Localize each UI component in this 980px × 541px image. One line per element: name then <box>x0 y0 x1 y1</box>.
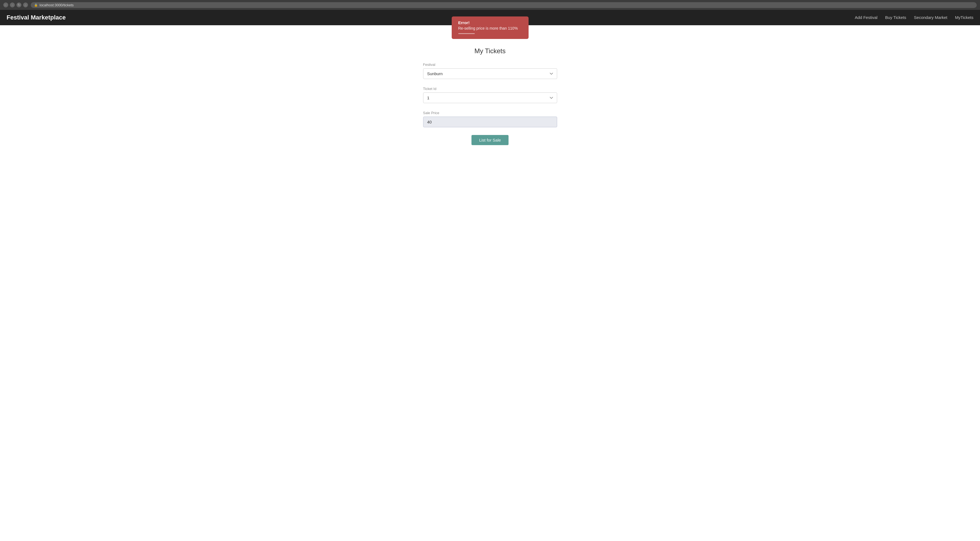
sale-price-label: Sale Price <box>423 111 557 115</box>
browser-controls: ← → ↻ ⌂ <box>3 2 28 7</box>
error-title: Error! <box>458 20 522 25</box>
festival-label: Festival <box>423 63 557 67</box>
brand-link[interactable]: Festival Marketplace <box>6 14 66 21</box>
ticket-id-group: Ticket Id 1 <box>423 87 557 103</box>
navbar-links: Add Festival Buy Tickets Secondary Marke… <box>855 15 974 20</box>
nav-secondary-market[interactable]: Secondary Market <box>914 15 947 20</box>
nav-add-festival[interactable]: Add Festival <box>855 15 878 20</box>
url-text: localhost:3000/tickets <box>40 3 73 7</box>
sale-price-group: Sale Price <box>423 111 557 127</box>
browser-chrome: ← → ↻ ⌂ 🔒 localhost:3000/tickets <box>0 0 980 10</box>
btn-container: List for Sale <box>423 135 557 145</box>
list-for-sale-button[interactable]: List for Sale <box>471 135 509 145</box>
reload-button[interactable]: ↻ <box>16 2 21 7</box>
nav-my-tickets[interactable]: MyTickets <box>955 15 974 20</box>
festival-select[interactable]: Sunburn <box>423 68 557 79</box>
forward-button[interactable]: → <box>10 2 15 7</box>
error-message: Re-selling price is more than 110% <box>458 26 522 30</box>
festival-group: Festival Sunburn <box>423 63 557 79</box>
back-button[interactable]: ← <box>3 2 8 7</box>
sale-price-input[interactable] <box>423 117 557 127</box>
error-toast: Error! Re-selling price is more than 110… <box>452 16 528 39</box>
page-title: My Tickets <box>474 47 506 55</box>
ticket-id-select[interactable]: 1 <box>423 92 557 103</box>
lock-icon: 🔒 <box>34 3 38 7</box>
home-button[interactable]: ⌂ <box>23 2 28 7</box>
main-content: My Tickets Festival Sunburn Ticket Id 1 … <box>0 25 980 145</box>
address-bar[interactable]: 🔒 localhost:3000/tickets <box>31 2 977 8</box>
form-container: Festival Sunburn Ticket Id 1 Sale Price … <box>419 63 562 145</box>
nav-buy-tickets[interactable]: Buy Tickets <box>885 15 907 20</box>
ticket-id-label: Ticket Id <box>423 87 557 91</box>
error-progress-bar <box>458 33 475 34</box>
